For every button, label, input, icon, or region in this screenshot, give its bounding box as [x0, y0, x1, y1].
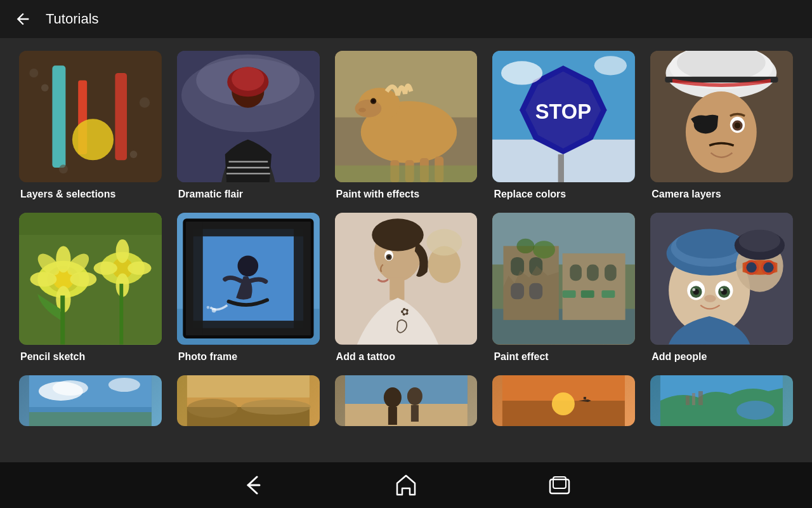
- svg-point-86: [387, 256, 390, 259]
- page-title: Tutorials: [46, 11, 99, 27]
- svg-rect-75: [184, 321, 311, 337]
- svg-point-147: [407, 387, 422, 405]
- svg-rect-35: [558, 154, 564, 182]
- svg-rect-158: [692, 393, 695, 405]
- svg-point-141: [241, 399, 311, 415]
- svg-rect-143: [344, 375, 467, 404]
- svg-rect-100: [587, 265, 599, 281]
- svg-rect-148: [410, 405, 418, 422]
- svg-point-8: [140, 97, 150, 107]
- svg-point-106: [517, 239, 535, 253]
- svg-point-116: [693, 288, 696, 291]
- svg-rect-67: [19, 213, 162, 235]
- svg-rect-146: [388, 407, 396, 425]
- svg-rect-66: [119, 284, 123, 345]
- tutorial-item-partial-1[interactable]: [19, 375, 162, 426]
- svg-point-145: [383, 387, 401, 408]
- thumbnail-add-people: [650, 213, 793, 344]
- svg-point-63: [94, 262, 117, 275]
- svg-point-10: [59, 164, 68, 173]
- svg-point-47: [735, 123, 740, 128]
- svg-point-64: [128, 262, 151, 275]
- svg-rect-135: [29, 412, 152, 426]
- svg-point-112: [676, 229, 743, 259]
- tutorial-item-partial-5[interactable]: [650, 375, 793, 426]
- svg-point-43: [686, 91, 757, 173]
- svg-rect-99: [570, 265, 582, 281]
- svg-point-77: [212, 309, 216, 313]
- label-paint-effects: Paint with effects: [335, 189, 478, 200]
- home-nav-button[interactable]: [393, 472, 419, 498]
- label-camera-layers: Camera layers: [650, 189, 793, 200]
- tutorial-item-partial-4[interactable]: [492, 375, 635, 426]
- svg-rect-101: [605, 265, 617, 281]
- svg-point-128: [763, 262, 773, 272]
- back-button[interactable]: [13, 9, 33, 29]
- tutorial-item-add-people[interactable]: Add people: [650, 213, 793, 362]
- navigation-bar: [0, 462, 812, 508]
- tutorial-item-photo-frame[interactable]: Photo frame: [177, 213, 320, 362]
- label-add-tattoo: Add a tattoo: [335, 351, 478, 363]
- svg-point-105: [533, 241, 555, 259]
- svg-point-16: [232, 67, 264, 91]
- svg-point-21: [355, 100, 381, 117]
- tutorial-item-add-tattoo[interactable]: ✿ Add a tattoo: [335, 213, 478, 362]
- thumbnail-pencil-sketch: [19, 213, 162, 344]
- label-add-people: Add people: [650, 351, 793, 363]
- svg-point-89: [426, 229, 462, 256]
- svg-point-120: [721, 288, 724, 291]
- svg-rect-159: [698, 391, 703, 405]
- thumbnail-partial-4: [492, 375, 635, 426]
- svg-rect-2: [52, 65, 65, 168]
- svg-point-134: [108, 378, 140, 392]
- thumbnail-dramatic-flair: [177, 51, 320, 182]
- svg-point-127: [747, 262, 757, 272]
- label-pencil-sketch: Pencil sketch: [19, 351, 162, 363]
- svg-rect-29: [335, 166, 478, 183]
- tutorial-item-pencil-sketch[interactable]: Pencil sketch: [19, 213, 162, 362]
- svg-rect-1: [19, 51, 162, 182]
- tutorial-item-camera-layers[interactable]: Camera layers: [650, 51, 793, 200]
- thumbnail-replace-colors: STOP: [492, 51, 635, 182]
- svg-rect-5: [115, 73, 127, 160]
- svg-point-9: [130, 150, 138, 158]
- tutorial-item-paint-effect[interactable]: Paint effect: [492, 213, 635, 362]
- svg-point-78: [206, 306, 209, 309]
- svg-text:STOP: STOP: [535, 100, 591, 123]
- thumbnail-add-tattoo: ✿: [335, 213, 478, 344]
- label-paint-effect: Paint effect: [492, 351, 635, 363]
- svg-point-140: [187, 399, 238, 418]
- tutorial-item-replace-colors[interactable]: STOP Replace colors: [492, 51, 635, 200]
- svg-rect-74: [184, 220, 311, 237]
- tutorial-grid: Layers & selections: [19, 51, 793, 426]
- svg-rect-73: [294, 220, 312, 337]
- thumbnail-paint-effect: [492, 213, 635, 344]
- svg-rect-104: [602, 291, 615, 298]
- tutorial-item-partial-2[interactable]: [177, 375, 320, 426]
- svg-rect-144: [344, 404, 467, 426]
- svg-rect-161: [553, 477, 566, 488]
- thumbnail-partial-2: [177, 375, 320, 426]
- tutorial-item-layers-selections[interactable]: Layers & selections: [19, 51, 162, 200]
- back-nav-button[interactable]: [239, 472, 266, 498]
- thumbnail-photo-frame: [177, 213, 320, 344]
- svg-point-124: [739, 230, 780, 252]
- thumbnail-partial-1: [19, 375, 162, 426]
- svg-rect-157: [686, 396, 690, 405]
- thumbnail-partial-5: [650, 375, 793, 426]
- label-dramatic-flair: Dramatic flair: [177, 189, 320, 200]
- svg-rect-139: [187, 375, 310, 398]
- svg-point-28: [358, 108, 366, 112]
- svg-rect-102: [563, 291, 576, 298]
- thumbnail-paint-effects: [335, 51, 478, 182]
- tutorial-item-partial-3[interactable]: [335, 375, 478, 426]
- recents-nav-button[interactable]: [546, 472, 573, 498]
- tutorial-item-dramatic-flair[interactable]: Dramatic flair: [177, 51, 320, 200]
- svg-rect-82: [390, 278, 404, 300]
- svg-rect-103: [581, 291, 594, 298]
- svg-rect-72: [184, 220, 202, 337]
- svg-point-121: [704, 295, 716, 303]
- svg-point-76: [237, 256, 258, 277]
- tutorial-item-paint-effects[interactable]: Paint with effects: [335, 51, 478, 200]
- svg-point-133: [53, 380, 88, 396]
